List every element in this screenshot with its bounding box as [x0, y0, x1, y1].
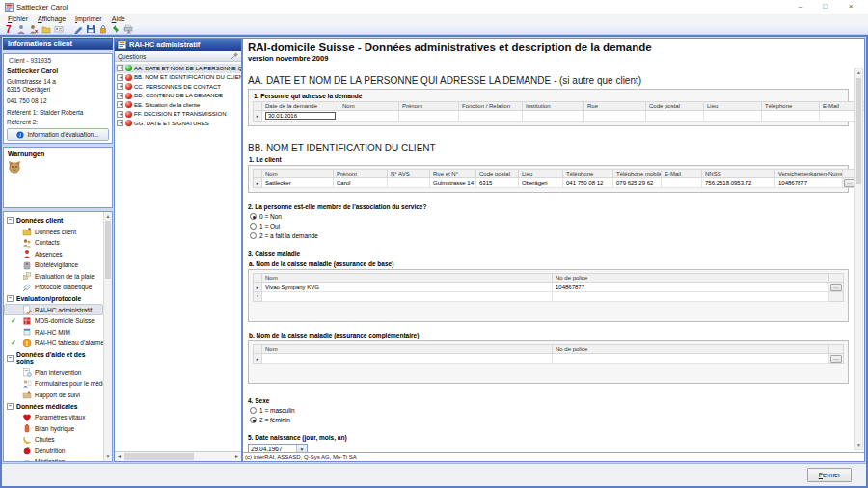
nav-group-header[interactable]: −Evaluation/protocole — [4, 292, 103, 304]
table-cell[interactable]: 041 750 08 12 — [563, 178, 613, 188]
table-row[interactable]: ▸Vivao Sympany KVG104867877... — [254, 283, 844, 292]
table-cell[interactable]: 30.01.2016 — [262, 111, 339, 122]
table-cell[interactable] — [646, 111, 704, 122]
table-cell[interactable] — [704, 111, 762, 122]
expand-icon[interactable] — [117, 120, 123, 126]
expand-icon[interactable] — [117, 83, 123, 90]
sidebar-item-evaluation-de-la-plaie[interactable]: Evaluation de la plaie — [4, 270, 103, 282]
expand-icon[interactable] — [117, 74, 123, 81]
collapse-icon[interactable]: − — [7, 403, 14, 410]
collapse-icon[interactable]: − — [7, 295, 14, 302]
table-cell[interactable] — [662, 178, 702, 188]
sidebar-item-protocole-diabetique[interactable]: Protocole diabétique — [4, 282, 103, 293]
close-form-button[interactable]: Fermer — [807, 468, 852, 482]
folder-icon[interactable] — [41, 24, 51, 35]
expand-icon[interactable] — [117, 93, 123, 99]
sidebar-item-rai-hc-administratif[interactable]: RAI-HC administratif — [4, 304, 103, 315]
active-cell-editor[interactable]: 30.01.2016 — [265, 112, 336, 120]
table-cell[interactable]: 104867877 — [775, 178, 843, 188]
evaluation-info-button[interactable]: i Information d'évaluation... — [7, 128, 109, 141]
tree-item[interactable]: BB. NOM ET IDENTIFICATION DU CLIENT — [115, 73, 241, 83]
tree-item[interactable]: FF. DECISION ET TRANSMISSION — [115, 110, 241, 120]
client-edit-icon[interactable]: x — [28, 24, 39, 35]
sidebar-item-donnees-client[interactable]: Données client — [4, 226, 103, 237]
close-button[interactable]: × — [838, 0, 863, 14]
tree-item[interactable]: EE. Situation de la cliente — [115, 100, 241, 110]
table-cell[interactable]: 6315 — [476, 178, 519, 188]
lock-icon[interactable] — [97, 24, 108, 35]
id-card-icon[interactable] — [53, 24, 64, 35]
table-cell[interactable] — [584, 111, 646, 122]
table-cell[interactable] — [552, 292, 828, 302]
collapse-icon[interactable]: − — [7, 355, 14, 362]
sidebar-item-bilan-hydrique[interactable]: Bilan hydrique — [4, 422, 103, 434]
menu-affichage[interactable]: Affichage — [33, 15, 70, 22]
minimize-button[interactable]: – — [788, 0, 813, 14]
chevron-down-icon[interactable]: ▼ — [296, 445, 307, 452]
table-cell[interactable] — [339, 111, 399, 122]
birthdate-combo[interactable]: 29.04.1967 ▼ — [248, 444, 308, 452]
table-cell[interactable] — [459, 111, 523, 122]
pin-icon[interactable] — [231, 52, 238, 60]
radio-button[interactable] — [250, 417, 257, 423]
menu-fichier[interactable]: Fichier — [3, 15, 33, 22]
table-cell[interactable] — [762, 111, 820, 122]
table-cell[interactable]: 104867877 — [552, 283, 828, 292]
table-cell[interactable]: Gulmstrasse 14 a — [430, 178, 476, 188]
nav-group-header[interactable]: −Données client — [4, 214, 103, 226]
sidebar-item-denutrition[interactable]: Dénutrition — [4, 445, 103, 456]
sidebar-item-rai-hc-mim[interactable]: RAI-HC MIM — [4, 326, 103, 338]
table-cell[interactable]: Carol — [334, 178, 388, 188]
radio-button[interactable] — [250, 213, 257, 220]
tree-item[interactable]: DD. CONTENU DE LA DEMANDE — [115, 92, 241, 101]
sidebar-item-absences[interactable]: Absences — [4, 248, 103, 259]
table-cell[interactable] — [399, 111, 459, 122]
sidebar-item-plan-intervention[interactable]: Plan intervention — [4, 366, 103, 378]
expand-icon[interactable] — [117, 101, 123, 108]
radio-option[interactable]: 2 = a fait la demande — [250, 232, 849, 239]
sidebar-item-rai-hc-tableau-d-alarmes[interactable]: ✓!RAI-HC tableau d'alarmes — [4, 338, 103, 349]
tree-hscrollbar[interactable]: ◄ ► — [115, 451, 241, 461]
table-cell[interactable]: Sattlecker — [262, 178, 334, 188]
radio-option[interactable]: 1 = masculin — [250, 407, 849, 414]
client-icon[interactable] — [15, 24, 26, 35]
radio-option[interactable]: 2 = féminin — [250, 417, 849, 423]
radio-option[interactable]: 1 = Oui — [250, 223, 849, 230]
expand-icon[interactable] — [117, 111, 123, 118]
ellipsis-button[interactable]: ... — [830, 284, 842, 291]
table-cell[interactable]: 079 625 29 62 — [613, 178, 662, 188]
collapse-icon[interactable]: − — [7, 217, 14, 224]
refresh-icon[interactable] — [110, 24, 121, 35]
tree-item[interactable]: GG. DATE ET SIGNATURES — [115, 119, 241, 128]
tree-item[interactable]: AA. DATE ET NOM DE LA PERSONNE QUI AD — [115, 64, 241, 73]
table-row[interactable]: ▸SattleckerCarolGulmstrasse 14 a6315Ober… — [254, 178, 857, 188]
radio-button[interactable] — [250, 232, 257, 239]
sidebar-item-rapport-de-suivi[interactable]: Rapport de suivi — [4, 389, 103, 400]
sidebar-item-contacts[interactable]: Contacts — [4, 237, 103, 249]
table-cell[interactable] — [523, 111, 584, 122]
table-cell[interactable] — [262, 354, 553, 364]
table-row[interactable]: * — [254, 292, 844, 302]
sidebar-item-biotelevigilance[interactable]: Biotélévigilance — [4, 259, 103, 271]
menu-aide[interactable]: Aide — [107, 15, 130, 22]
table-row[interactable]: ▸... — [254, 354, 844, 364]
ellipsis-button[interactable]: ... — [830, 355, 842, 363]
nav-group-header[interactable]: −Données médicales — [4, 400, 103, 412]
save-icon[interactable] — [85, 24, 95, 35]
nav-group-header[interactable]: −Données d'aide et des soins — [4, 348, 103, 366]
table-cell[interactable] — [552, 354, 828, 364]
radio-button[interactable] — [250, 223, 257, 230]
sidebar-item-mds-domicile-suisse[interactable]: ✓MDS-domicile Suisse — [4, 315, 103, 327]
menu-imprimer[interactable]: Imprimer — [70, 15, 107, 22]
table-cell[interactable] — [262, 292, 553, 302]
table-row[interactable]: ▸30.01.2016... — [254, 111, 865, 122]
table-cell[interactable] — [388, 178, 430, 188]
pen-icon[interactable] — [72, 24, 83, 35]
sidebar-item-chutes[interactable]: Chutes — [4, 434, 103, 446]
sidebar-item-formulaires-pour-le-medecin[interactable]: Formulaires pour le médecin — [4, 378, 103, 390]
sidebar-item-medication[interactable]: Médication — [4, 456, 103, 462]
seven-icon[interactable]: 7 — [3, 24, 14, 35]
tree-item[interactable]: CC. PERSONNES DE CONTACT — [115, 82, 241, 92]
expand-icon[interactable] — [117, 65, 123, 71]
radio-button[interactable] — [250, 407, 257, 414]
